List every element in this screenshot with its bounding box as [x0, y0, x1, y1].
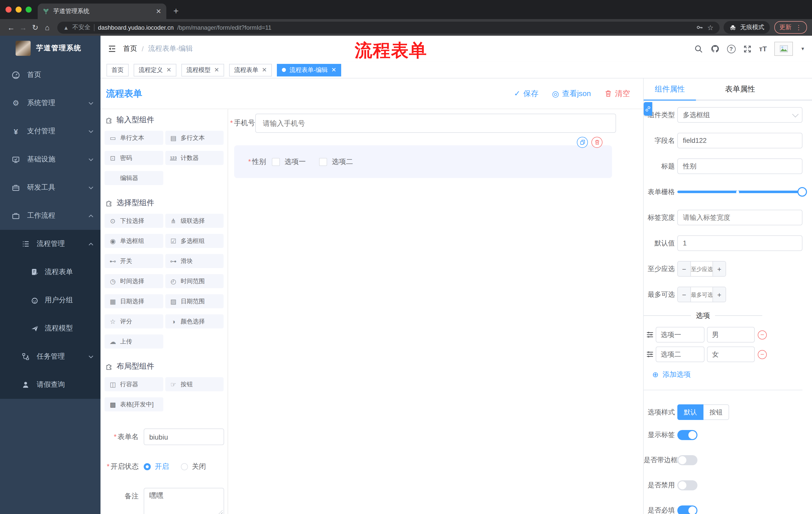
drag-handle-icon[interactable]: [646, 351, 654, 358]
remove-option-button[interactable]: −: [758, 350, 767, 359]
component-date-range[interactable]: ▨日期范围: [165, 294, 224, 308]
close-icon[interactable]: ✕: [262, 66, 267, 74]
font-size-icon[interactable]: ᴛT: [759, 45, 767, 53]
close-icon[interactable]: ✕: [331, 66, 336, 74]
form-remark-textarea[interactable]: 嘿嘿: [144, 488, 224, 514]
tag-home[interactable]: 首页: [107, 64, 128, 76]
checkbox-icon[interactable]: [272, 158, 280, 166]
show-label-toggle[interactable]: [677, 430, 697, 440]
sidebar-fold-icon[interactable]: [108, 44, 117, 53]
tab-close-icon[interactable]: ✕: [156, 7, 161, 15]
save-button[interactable]: ✓保存: [514, 89, 539, 98]
component-slider[interactable]: ⊶滑块: [165, 254, 224, 268]
window-close-button[interactable]: [5, 6, 11, 12]
component-radio-group[interactable]: ◉单选框组: [105, 234, 163, 248]
sidebar-item-user-group[interactable]: 用户分组: [0, 286, 100, 314]
address-bar[interactable]: ▲ 不安全 dashboard.yudao.iocoder.cn/bpm/man…: [57, 21, 720, 33]
with-border-toggle[interactable]: [677, 455, 697, 465]
status-radio-on[interactable]: 开启: [144, 458, 169, 475]
tab-form-props[interactable]: 表单属性: [714, 78, 766, 100]
avatar[interactable]: [774, 42, 793, 56]
canvas-field-phone[interactable]: *手机号: [230, 114, 616, 133]
home-icon[interactable]: ⌂: [41, 23, 53, 32]
decrease-button[interactable]: −: [678, 287, 691, 302]
required-toggle[interactable]: [677, 506, 697, 514]
component-editor[interactable]: 编辑器: [105, 171, 163, 185]
search-icon[interactable]: [694, 45, 703, 53]
window-minimize-button[interactable]: [16, 6, 22, 12]
slider-track[interactable]: [677, 191, 803, 193]
grid-slider[interactable]: [677, 184, 803, 200]
max-select-input[interactable]: [691, 287, 713, 302]
view-json-button[interactable]: ◎查看json: [552, 89, 591, 98]
sidebar-item-infra[interactable]: 基础设施: [0, 145, 100, 173]
avatar-caret-icon[interactable]: ▼: [801, 46, 805, 51]
tag-process-definition[interactable]: 流程定义✕: [134, 64, 176, 76]
increase-button[interactable]: +: [713, 287, 726, 302]
breadcrumb-home[interactable]: 首页: [123, 44, 137, 53]
reload-icon[interactable]: ↻: [29, 23, 41, 32]
forward-icon[interactable]: →: [17, 23, 29, 32]
component-counter[interactable]: 123计数器: [165, 151, 224, 165]
remove-option-button[interactable]: −: [758, 330, 767, 339]
field-name-input[interactable]: [677, 133, 803, 148]
style-button-button[interactable]: 按钮: [703, 404, 729, 420]
component-row-container[interactable]: ◫行容器: [105, 377, 163, 391]
component-select[interactable]: ⊙下拉选择: [105, 214, 163, 228]
decrease-button[interactable]: −: [678, 262, 691, 276]
copy-field-button[interactable]: [577, 137, 588, 148]
component-time-picker[interactable]: ◷时间选择: [105, 274, 163, 288]
option-1-name-input[interactable]: [656, 327, 704, 343]
fullscreen-icon[interactable]: [743, 45, 751, 53]
checkbox-icon[interactable]: [319, 158, 327, 166]
close-icon[interactable]: ✕: [214, 66, 219, 74]
github-icon[interactable]: [710, 44, 719, 53]
sidebar-item-leave-query[interactable]: 请假查询: [0, 371, 100, 399]
sidebar-item-process-mgmt[interactable]: 流程管理: [0, 230, 100, 258]
tag-process-form-edit[interactable]: 流程表单-编辑✕: [277, 64, 341, 76]
bookmark-star-icon[interactable]: ☆: [707, 23, 714, 31]
back-icon[interactable]: ←: [5, 23, 17, 32]
title-input[interactable]: [677, 158, 803, 174]
delete-field-button[interactable]: [591, 137, 603, 148]
min-select-input[interactable]: [691, 262, 713, 276]
link-drawer-tab[interactable]: [644, 102, 652, 116]
disabled-toggle[interactable]: [677, 480, 697, 490]
browser-menu-icon[interactable]: ⋮: [795, 24, 802, 31]
form-name-input[interactable]: [144, 429, 224, 445]
component-color-picker[interactable]: ◑颜色选择: [165, 314, 224, 328]
help-icon[interactable]: ?: [727, 45, 735, 53]
canvas-field-gender-selected[interactable]: *性别 选项一 选项二: [234, 145, 612, 178]
password-key-icon[interactable]: [696, 24, 704, 31]
component-time-range[interactable]: ◴时间范围: [165, 274, 224, 288]
sidebar-item-process-form[interactable]: 流程表单: [0, 258, 100, 286]
gender-option-2[interactable]: 选项二: [332, 157, 353, 166]
option-2-name-input[interactable]: [656, 347, 704, 362]
label-width-input[interactable]: [677, 210, 803, 225]
new-tab-button[interactable]: +: [173, 6, 179, 19]
slider-handle[interactable]: [798, 187, 807, 197]
tab-component-props[interactable]: 组件属性: [644, 78, 696, 100]
style-default-button[interactable]: 默认: [677, 404, 703, 420]
tag-process-model[interactable]: 流程模型✕: [181, 64, 224, 76]
component-upload[interactable]: ☁上传: [105, 334, 163, 349]
add-option-button[interactable]: ⊕ 添加选项: [652, 370, 812, 379]
browser-tab[interactable]: 芋道管理系统 ✕: [38, 3, 166, 19]
sidebar-item-home[interactable]: 首页: [0, 61, 100, 89]
sidebar-item-workflow[interactable]: 工作流程: [0, 202, 100, 230]
window-zoom-button[interactable]: [26, 6, 32, 12]
component-single-line-text[interactable]: ▭单行文本: [105, 131, 163, 145]
option-1-value-input[interactable]: [707, 327, 755, 343]
sidebar-item-process-model[interactable]: 流程模型: [0, 314, 100, 343]
status-radio-off[interactable]: 关闭: [181, 458, 206, 475]
component-date-picker[interactable]: ▦日期选择: [105, 294, 163, 308]
phone-input[interactable]: [255, 114, 616, 133]
sidebar-item-task-mgmt[interactable]: 任务管理: [0, 343, 100, 371]
component-switch[interactable]: ⊷开关: [105, 254, 163, 268]
component-multi-line-text[interactable]: ▤多行文本: [165, 131, 224, 145]
component-cascader[interactable]: ⋔级联选择: [165, 214, 224, 228]
component-type-select[interactable]: 多选框组: [677, 107, 803, 123]
sidebar-item-system[interactable]: ⚙ 系统管理: [0, 89, 100, 117]
component-button[interactable]: ☞按钮: [165, 377, 224, 391]
option-2-value-input[interactable]: [707, 347, 755, 362]
